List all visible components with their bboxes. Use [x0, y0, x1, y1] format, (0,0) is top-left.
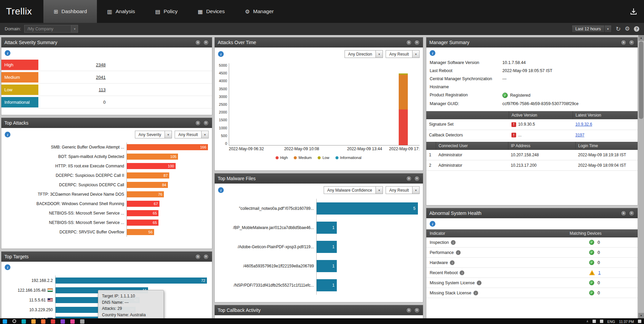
chevron-down-icon: ▾	[412, 187, 419, 194]
stacked-bar-segment-medium[interactable]	[399, 75, 408, 109]
info-icon[interactable]: i	[218, 187, 224, 193]
tab-dashboard[interactable]: ⊞ Dashboard	[43, 0, 97, 23]
tab-devices[interactable]: ▦ Devices	[188, 0, 235, 23]
any-malware-confidence-select[interactable]: Any Malware Confidence ▾	[324, 186, 383, 194]
severity-count[interactable]: 113	[38, 87, 106, 92]
taskbar-app-gray-icon[interactable]	[80, 319, 84, 324]
collapse-icon[interactable]: ∧	[195, 120, 201, 126]
severity-count[interactable]: 2041	[38, 75, 106, 80]
close-icon[interactable]: ×	[629, 210, 635, 216]
latest-version-link[interactable]: 10.9.32.6	[575, 122, 592, 127]
collapse-icon[interactable]: ∧	[406, 40, 412, 45]
taskbar-browser-orange-icon[interactable]	[41, 319, 45, 324]
tab-label: Policy	[164, 8, 177, 14]
ok-status-icon: ✓	[589, 250, 594, 255]
info-icon[interactable]: i	[477, 281, 481, 285]
collapse-icon[interactable]: ∧	[406, 176, 412, 182]
info-icon[interactable]: i	[430, 50, 435, 56]
vertical-scrollbar[interactable]: ▲ ▼	[638, 35, 644, 319]
domain-label: Domain:	[5, 26, 21, 31]
tab-analysis[interactable]: ▥ Analysis	[97, 0, 145, 23]
bar[interactable]: 100	[127, 163, 176, 169]
domain-select[interactable]: /My Company ▾	[24, 25, 78, 33]
info-icon[interactable]: i	[460, 270, 464, 275]
bar-label: /BP_MobleMalware.jar/012ca7db8d5bae46...	[233, 225, 314, 230]
info-icon[interactable]: i	[451, 240, 456, 245]
info-icon[interactable]: i	[5, 132, 10, 137]
close-icon[interactable]: ×	[203, 40, 209, 45]
legend-dot	[318, 156, 321, 159]
info-icon[interactable]: i	[5, 50, 10, 56]
taskbar-app-pink-icon[interactable]	[70, 319, 75, 324]
taskbar-app-purple-icon[interactable]	[61, 319, 65, 324]
close-icon[interactable]: ×	[203, 254, 209, 260]
any-result-select[interactable]: Any Result ▾	[386, 186, 420, 194]
info-icon[interactable]: i	[473, 291, 478, 295]
download-icon[interactable]	[630, 8, 637, 15]
scrollbar-thumb[interactable]	[639, 41, 643, 119]
bar[interactable]: 84	[127, 182, 168, 188]
clock[interactable]: 11:37 PM	[619, 320, 634, 324]
info-icon[interactable]: i	[430, 221, 435, 227]
bar[interactable]: 166	[127, 144, 208, 150]
close-icon[interactable]: ×	[414, 307, 420, 313]
bar[interactable]: 56	[127, 229, 154, 235]
info-icon[interactable]: i	[218, 51, 224, 57]
bar[interactable]: 65	[127, 220, 158, 226]
severity-count[interactable]: 2348	[38, 62, 106, 67]
latest-version-link[interactable]: 3197	[575, 133, 584, 137]
notification-icon[interactable]	[638, 320, 641, 323]
collapse-icon[interactable]: ∧	[195, 40, 201, 45]
severity-row: High2348	[1, 59, 212, 71]
matching-devices-count[interactable]: 1	[598, 270, 601, 275]
scroll-down-arrow[interactable]: ▼	[638, 313, 644, 319]
time-range-select[interactable]: Last 12 hours ▾	[572, 25, 612, 33]
refresh-icon[interactable]: ↻	[616, 25, 621, 33]
taskbar-start-icon[interactable]	[3, 319, 7, 324]
top-attacks-chart: SMB: Generic Buffer Overflow Attempt ...…	[1, 142, 212, 237]
tab-manager[interactable]: ⚙ Manager	[235, 0, 284, 23]
taskbar-folder-icon[interactable]	[31, 319, 36, 324]
language-indicator[interactable]: ENG	[607, 320, 615, 324]
close-icon[interactable]: ×	[203, 120, 209, 126]
tray-icon[interactable]	[600, 320, 603, 323]
info-icon[interactable]: i	[456, 250, 461, 255]
bar[interactable]: 1	[317, 222, 337, 234]
bar[interactable]: 67	[127, 201, 159, 207]
any-result-select[interactable]: Any Result ▾	[175, 131, 209, 138]
info-icon[interactable]: i	[450, 260, 455, 265]
tab-policy[interactable]: ▤ Policy	[145, 0, 187, 23]
collapse-icon[interactable]: ∧	[621, 210, 627, 216]
panel-top-targets: Top Targets ∧ × i 192.168.2.272122.166.1…	[1, 251, 212, 319]
bar[interactable]: 72	[56, 278, 207, 284]
taskbar-search-icon[interactable]	[12, 319, 16, 323]
x-axis-label: 2022-May-09 10:08	[284, 147, 319, 151]
close-icon[interactable]: ×	[414, 176, 420, 182]
collapse-icon[interactable]: ∧	[406, 307, 412, 313]
bar[interactable]: 1	[317, 241, 337, 253]
collapse-icon[interactable]: ∧	[195, 254, 201, 260]
any-result-select[interactable]: Any Result ▾	[386, 50, 420, 58]
taskbar-browser-red-icon[interactable]	[51, 319, 55, 324]
scroll-up-arrow[interactable]: ▲	[638, 35, 644, 41]
collapse-icon[interactable]: ∧	[621, 40, 627, 45]
bar[interactable]: 1	[317, 260, 337, 272]
bar[interactable]: 65	[127, 210, 158, 216]
bar[interactable]: 76	[127, 191, 164, 197]
tray-icon[interactable]	[593, 320, 596, 323]
gear-icon[interactable]: ⚙	[625, 25, 630, 32]
stacked-bar-segment-high[interactable]	[399, 109, 408, 145]
help-icon[interactable]: ?	[634, 26, 639, 32]
close-icon[interactable]: ×	[629, 40, 635, 45]
close-icon[interactable]: ×	[414, 40, 420, 45]
bar[interactable]: 5	[317, 202, 418, 215]
taskbar-app-teal-icon[interactable]	[22, 319, 26, 324]
any-direction-select[interactable]: Any Direction ▾	[345, 50, 383, 58]
bar[interactable]: 87	[127, 172, 169, 179]
bar[interactable]: 105	[127, 154, 178, 160]
any-severity-select[interactable]: Any Severity ▾	[135, 131, 172, 138]
bar[interactable]: 1	[317, 279, 337, 291]
bar-label: BACKDOOR: Windows Command Shell Running	[36, 201, 124, 206]
tray-chevron-icon[interactable]: ∧	[586, 320, 588, 323]
info-icon[interactable]: i	[5, 264, 10, 270]
